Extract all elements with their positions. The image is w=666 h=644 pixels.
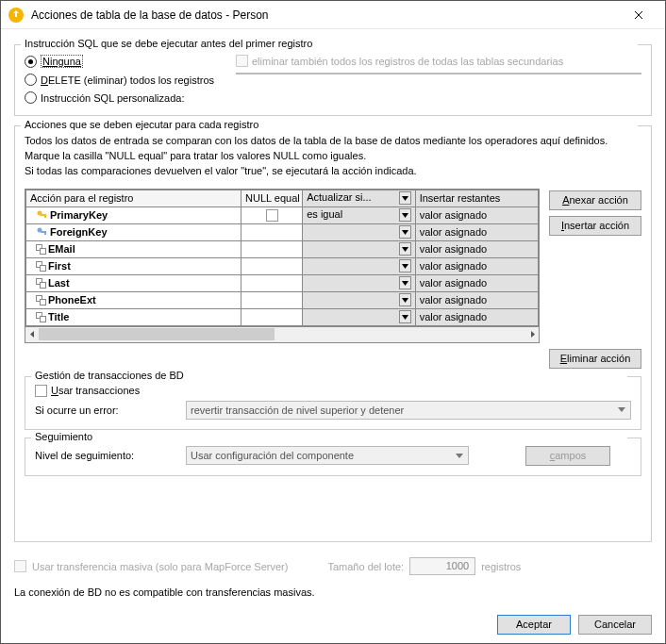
batch-unit: registros <box>481 561 521 572</box>
table-row[interactable]: EMailvalor asignado <box>26 240 539 257</box>
null-equal-chk[interactable] <box>266 209 278 222</box>
column-icon <box>36 278 45 288</box>
chevron-down-icon[interactable] <box>399 310 411 323</box>
trace-level-select[interactable]: Usar configuración del componente <box>186 446 469 465</box>
per-record-group: Acciones que se deben ejecutar para cada… <box>14 125 652 542</box>
instruction-text: Todos los datos de entrada se comparan c… <box>25 134 641 179</box>
tx-legend: Gestión de transacciones de BD <box>31 370 627 377</box>
cancel-button[interactable]: Cancelar <box>578 615 652 635</box>
column-icon <box>36 295 45 305</box>
chk-use-tx-label: Usar transacciones <box>51 385 140 396</box>
trace-level-label: Nivel de seguimiento: <box>35 450 176 461</box>
chevron-down-icon[interactable] <box>399 242 411 256</box>
delete-action-button[interactable]: Eliminar acción <box>549 349 641 369</box>
trace-legend: Seguimiento <box>31 431 627 438</box>
scroll-right-icon[interactable] <box>525 327 539 341</box>
table-row[interactable]: Lastvalor asignado <box>26 274 539 291</box>
table-row[interactable]: PrimaryKeyes igualvalor asignado <box>26 206 539 223</box>
app-icon <box>8 8 24 23</box>
scroll-thumb[interactable] <box>39 328 275 340</box>
chevron-down-icon[interactable] <box>399 276 411 289</box>
dialog-window: Acciones de tabla de la base de datos - … <box>0 0 666 644</box>
chevron-down-icon <box>452 448 467 463</box>
fields-button: campos <box>525 446 610 466</box>
close-button[interactable] <box>620 1 658 29</box>
window-title: Acciones de tabla de la base de datos - … <box>31 8 620 22</box>
primary-key-icon <box>36 209 47 221</box>
chevron-down-icon <box>614 403 629 418</box>
foreign-key-icon <box>36 226 47 238</box>
column-icon <box>36 261 45 271</box>
col-update[interactable]: Actualizar si... <box>303 190 415 206</box>
dialog-footer: Aceptar Cancelar <box>1 605 665 643</box>
radio-delete-all[interactable] <box>25 74 37 86</box>
onerror-select[interactable]: revertir transacción de nivel superior y… <box>186 401 631 420</box>
table-row[interactable]: Titlevalor asignado <box>26 308 539 325</box>
chevron-down-icon[interactable] <box>399 293 411 306</box>
chk-bulk-label: Usar transferencia masiva (solo para Map… <box>32 561 288 572</box>
chevron-down-icon[interactable] <box>399 259 411 272</box>
chevron-down-icon[interactable] <box>399 191 411 205</box>
chk-use-tx[interactable] <box>35 385 47 397</box>
chevron-down-icon[interactable] <box>399 208 411 222</box>
custom-sql-textarea[interactable] <box>236 73 641 74</box>
batch-label: Tamaño del lote: <box>327 561 404 572</box>
radio-none-label: Ninguna <box>42 56 81 67</box>
chk-bulk <box>14 560 26 572</box>
radio-custom-sql-label: Instrucción SQL personalizada: <box>41 92 184 104</box>
sql-before-group: Instrucción SQL que se debe ejecutar ant… <box>14 44 652 116</box>
column-icon <box>36 312 45 322</box>
tx-group: Gestión de transacciones de BD Usar tran… <box>25 376 641 430</box>
bulk-row: Usar transferencia masiva (solo para Map… <box>14 557 652 575</box>
chk-delete-child <box>236 55 248 67</box>
insert-action-button[interactable]: Insertar acción <box>549 216 641 236</box>
grid-hscroll[interactable] <box>25 327 540 343</box>
table-row[interactable]: Firstvalor asignado <box>26 257 539 274</box>
radio-none[interactable] <box>25 56 37 68</box>
chk-delete-child-label: eliminar también todos los registros de … <box>252 56 563 67</box>
chevron-down-icon[interactable] <box>399 225 411 239</box>
batch-size-input: 1000 <box>409 557 475 575</box>
table-row[interactable]: PhoneExtvalor asignado <box>26 291 539 308</box>
col-null: NULL equal <box>241 190 303 206</box>
append-action-button[interactable]: Anexar acción <box>549 190 641 210</box>
trace-group: Seguimiento Nivel de seguimiento: Usar c… <box>25 438 641 476</box>
svg-rect-2 <box>44 214 46 218</box>
titlebar: Acciones de tabla de la base de datos - … <box>1 1 665 29</box>
bulk-warning: La conexión de BD no es compatible con t… <box>14 586 652 598</box>
col-action: Acción para el registro <box>26 190 241 206</box>
per-record-legend: Acciones que se deben ejecutar para cada… <box>21 119 638 126</box>
col-insert[interactable]: Insertar restantes <box>415 190 538 206</box>
scroll-left-icon[interactable] <box>25 327 39 341</box>
column-icon <box>36 244 45 254</box>
sql-before-legend: Instrucción SQL que se debe ejecutar ant… <box>21 38 638 45</box>
radio-custom-sql[interactable] <box>25 91 37 104</box>
onerror-label: Si ocurre un error: <box>35 405 176 416</box>
ok-button[interactable]: Aceptar <box>497 615 571 635</box>
dialog-content: Instrucción SQL que se debe ejecutar ant… <box>1 29 665 605</box>
actions-grid[interactable]: Acción para el registro NULL equal Actua… <box>25 189 540 327</box>
svg-rect-5 <box>44 231 46 235</box>
radio-delete-all-label: DELETE (eliminar) todos los registros <box>41 74 214 86</box>
table-row[interactable]: ForeignKeyvalor asignado <box>26 223 539 240</box>
